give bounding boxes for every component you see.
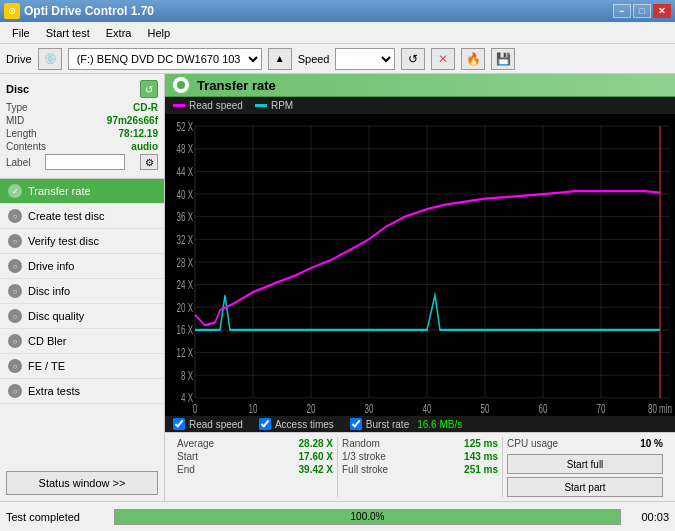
speed-select[interactable] xyxy=(335,48,395,70)
legend-read-speed-label: Read speed xyxy=(189,100,243,111)
read-speed-checkbox[interactable] xyxy=(173,418,185,430)
one-third-label: 1/3 stroke xyxy=(342,451,386,462)
svg-text:48 X: 48 X xyxy=(177,143,194,156)
svg-text:10: 10 xyxy=(249,402,258,415)
read-speed-check-label: Read speed xyxy=(189,419,243,430)
nav-create-test-disc[interactable]: ○ Create test disc xyxy=(0,204,164,229)
status-text: Test completed xyxy=(6,511,106,523)
end-label: End xyxy=(177,464,195,475)
nav-icon-fete: ○ xyxy=(8,359,22,373)
stats-col2: Random 125 ms 1/3 stroke 143 ms Full str… xyxy=(337,437,502,497)
chart-legend: Read speed RPM xyxy=(165,97,675,114)
status-window-button[interactable]: Status window >> xyxy=(6,471,158,495)
nav-label-verify: Verify test disc xyxy=(28,235,99,247)
refresh-button[interactable]: ↺ xyxy=(401,48,425,70)
stats-panel: Average 28.28 X Start 17.60 X End 39.42 … xyxy=(165,432,675,501)
svg-text:8 X: 8 X xyxy=(181,369,193,382)
menubar: File Start test Extra Help xyxy=(0,22,675,44)
average-label: Average xyxy=(177,438,214,449)
svg-text:20: 20 xyxy=(307,402,316,415)
nav-fe-te[interactable]: ○ FE / TE xyxy=(0,354,164,379)
legend-rpm-color xyxy=(255,104,267,107)
access-times-check[interactable]: Access times xyxy=(259,418,334,430)
chart-area: 52 X 48 X 44 X 40 X 36 X 32 X 28 X 24 X … xyxy=(165,114,675,416)
disc-refresh-button[interactable]: ↺ xyxy=(140,80,158,98)
minimize-button[interactable]: − xyxy=(613,4,631,18)
legend-read-speed: Read speed xyxy=(173,100,243,111)
app-title: Opti Drive Control 1.70 xyxy=(24,4,154,18)
type-key: Type xyxy=(6,102,28,113)
chart-svg: 52 X 48 X 44 X 40 X 36 X 32 X 28 X 24 X … xyxy=(165,114,675,416)
full-stroke-value: 251 ms xyxy=(464,464,498,475)
nav-verify-test-disc[interactable]: ○ Verify test disc xyxy=(0,229,164,254)
length-value: 78:12.19 xyxy=(119,128,158,139)
svg-text:50: 50 xyxy=(481,402,490,415)
label-key: Label xyxy=(6,157,30,168)
nav-extra-tests[interactable]: ○ Extra tests xyxy=(0,379,164,404)
nav-label-transfer-rate: Transfer rate xyxy=(28,185,91,197)
svg-text:0: 0 xyxy=(193,402,198,415)
svg-text:4 X: 4 X xyxy=(181,392,193,405)
disc-panel: Disc ↺ Type CD-R MID 97m26s66f Length 78… xyxy=(0,74,164,179)
svg-text:40: 40 xyxy=(423,402,432,415)
read-speed-check[interactable]: Read speed xyxy=(173,418,243,430)
start-part-button[interactable]: Start part xyxy=(507,477,663,497)
nav-label-disc: Disc info xyxy=(28,285,70,297)
svg-text:60: 60 xyxy=(539,402,548,415)
app-icon: ⊙ xyxy=(4,3,20,19)
legend-rpm: RPM xyxy=(255,100,293,111)
titlebar-buttons: − □ ✕ xyxy=(613,4,671,18)
menu-extra[interactable]: Extra xyxy=(98,25,140,41)
start-full-button[interactable]: Start full xyxy=(507,454,663,474)
menu-start-test[interactable]: Start test xyxy=(38,25,98,41)
svg-text:52 X: 52 X xyxy=(177,120,194,133)
svg-text:36 X: 36 X xyxy=(177,211,194,224)
svg-text:16 X: 16 X xyxy=(177,324,194,337)
speed-label: Speed xyxy=(298,53,330,65)
svg-text:28 X: 28 X xyxy=(177,256,194,269)
svg-text:32 X: 32 X xyxy=(177,233,194,246)
label-input[interactable] xyxy=(45,154,125,170)
burst-rate-checkbox[interactable] xyxy=(350,418,362,430)
chart-title-icon xyxy=(173,77,189,93)
nav-transfer-rate[interactable]: ✓ Transfer rate xyxy=(0,179,164,204)
nav-label-create: Create test disc xyxy=(28,210,104,222)
eject-button[interactable]: ▲ xyxy=(268,48,292,70)
label-gear-button[interactable]: ⚙ xyxy=(140,154,158,170)
maximize-button[interactable]: □ xyxy=(633,4,651,18)
access-times-checkbox[interactable] xyxy=(259,418,271,430)
full-stroke-label: Full stroke xyxy=(342,464,388,475)
nav-drive-info[interactable]: ○ Drive info xyxy=(0,254,164,279)
nav-label-bler: CD Bler xyxy=(28,335,67,347)
menu-help[interactable]: Help xyxy=(139,25,178,41)
chart-title: Transfer rate xyxy=(197,78,276,93)
close-button[interactable]: ✕ xyxy=(653,4,671,18)
average-value: 28.28 X xyxy=(299,438,333,449)
start-value: 17.60 X xyxy=(299,451,333,462)
menu-file[interactable]: File xyxy=(4,25,38,41)
svg-text:80 min: 80 min xyxy=(648,402,672,415)
legend-read-speed-color xyxy=(173,104,185,107)
sidebar-nav: ✓ Transfer rate ○ Create test disc ○ Ver… xyxy=(0,179,164,465)
nav-icon-extra: ○ xyxy=(8,384,22,398)
burst-rate-check[interactable]: Burst rate 16.6 MB/s xyxy=(350,418,462,430)
drive-select[interactable]: (F:) BENQ DVD DC DW1670 103 xyxy=(68,48,262,70)
drive-label: Drive xyxy=(6,53,32,65)
nav-disc-info[interactable]: ○ Disc info xyxy=(0,279,164,304)
one-third-value: 143 ms xyxy=(464,451,498,462)
cpu-label: CPU usage xyxy=(507,438,558,449)
nav-icon-transfer-rate: ✓ xyxy=(8,184,22,198)
progress-text: 100.0% xyxy=(115,510,620,524)
nav-label-quality: Disc quality xyxy=(28,310,84,322)
random-value: 125 ms xyxy=(464,438,498,449)
nav-disc-quality[interactable]: ○ Disc quality xyxy=(0,304,164,329)
svg-text:12 X: 12 X xyxy=(177,346,194,359)
nav-label-drive: Drive info xyxy=(28,260,74,272)
disc-title: Disc xyxy=(6,83,29,95)
save-button[interactable]: 💾 xyxy=(491,48,515,70)
erase-button[interactable]: ✕ xyxy=(431,48,455,70)
nav-icon-create: ○ xyxy=(8,209,22,223)
nav-cd-bler[interactable]: ○ CD Bler xyxy=(0,329,164,354)
legend-rpm-label: RPM xyxy=(271,100,293,111)
burn-button[interactable]: 🔥 xyxy=(461,48,485,70)
